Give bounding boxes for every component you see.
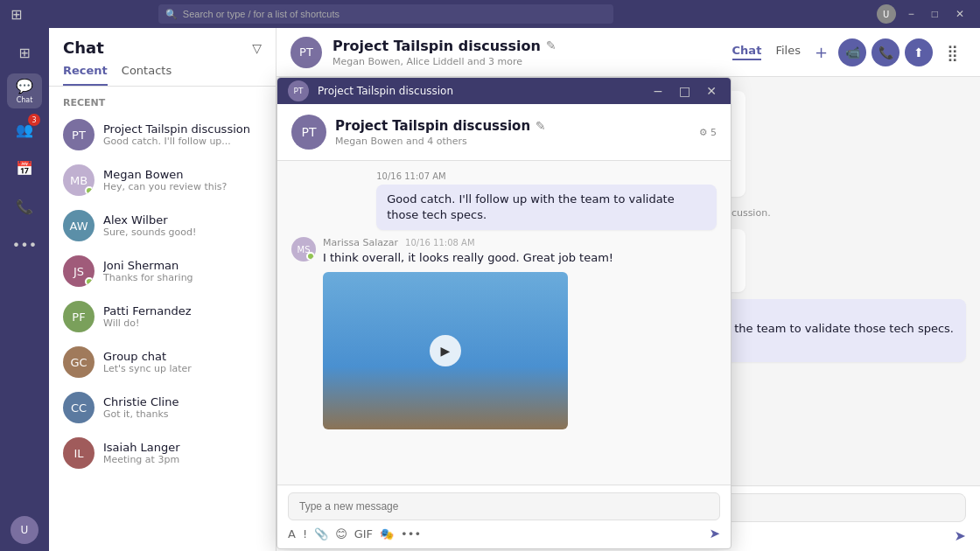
- chat-sidebar: Chat ▽ Recent Contacts Recent PT Project…: [49, 28, 276, 551]
- global-search-box[interactable]: 🔍: [158, 4, 613, 24]
- audio-call-button[interactable]: 📞: [872, 38, 900, 66]
- list-item[interactable]: CC Christie Cline Got it, thanks: [49, 385, 276, 430]
- sidebar-section-recent: Recent: [49, 94, 276, 112]
- maximize-button[interactable]: □: [927, 8, 943, 20]
- rail-calls[interactable]: 📞: [7, 189, 42, 224]
- list-item[interactable]: AW Alex Wilber Sure, sounds good!: [49, 203, 276, 248]
- popup-msg-text: I think overall, it looks really good. G…: [323, 250, 613, 266]
- video-call-button[interactable]: 📹: [838, 38, 866, 66]
- list-item[interactable]: MB Megan Bowen Hey, can you review this?: [49, 157, 276, 203]
- chat-header-info: Project Tailspin discussion ✎ Megan Bowe…: [332, 38, 722, 67]
- item-info: Project Tailspin discussion Good catch. …: [103, 122, 262, 147]
- popup-sender-avatar: MS: [291, 237, 316, 262]
- close-button[interactable]: ✕: [950, 8, 970, 20]
- popup-sender-name: Marissa Salazar: [323, 237, 398, 248]
- item-info: Megan Bowen Hey, can you review this?: [103, 168, 262, 192]
- chat-rail-label: Chat: [17, 96, 33, 104]
- popup-close-button[interactable]: ✕: [703, 84, 720, 98]
- popup-send-button[interactable]: ➤: [709, 526, 720, 541]
- rail-chat[interactable]: 💬 Chat: [7, 73, 42, 108]
- popup-video-play-button[interactable]: ▶: [430, 335, 461, 366]
- list-item[interactable]: JS Joni Sherman Thanks for sharing: [49, 248, 276, 294]
- rail-user-avatar[interactable]: U: [10, 516, 38, 544]
- popup-participants-count: ⚙ 5: [699, 127, 717, 138]
- item-preview: Thanks for sharing: [103, 272, 262, 283]
- minimize-button[interactable]: −: [903, 8, 920, 20]
- popup-message-input[interactable]: [299, 500, 709, 513]
- edit-icon[interactable]: ✎: [546, 38, 556, 52]
- popup-maximize-button[interactable]: □: [676, 84, 694, 98]
- popup-exclamation-icon[interactable]: !: [303, 527, 307, 541]
- popup-msg-content: Marissa Salazar 10/16 11:08 AM I think o…: [323, 237, 613, 429]
- share-screen-button[interactable]: ⬆: [905, 38, 933, 66]
- apps-icon: ⊞: [18, 45, 30, 61]
- sidebar-tabs: Recent Contacts: [49, 64, 276, 87]
- header-actions: 📹 📞 ⬆ ⣿: [838, 38, 966, 66]
- tab-files[interactable]: Files: [775, 44, 801, 60]
- icon-rail: ⊞ 💬 Chat 👥 3 📅 📞 ••• U: [0, 28, 49, 551]
- more-options-button[interactable]: ⣿: [938, 38, 966, 66]
- item-info: Isaiah Langer Meeting at 3pm: [103, 441, 262, 465]
- rail-apps[interactable]: ⊞: [7, 35, 42, 70]
- popup-sticker-icon[interactable]: 🎭: [380, 527, 394, 541]
- avatar: MB: [63, 164, 94, 196]
- list-item[interactable]: IL Isaiah Langer Meeting at 3pm: [49, 430, 276, 476]
- popup-video-thumbnail[interactable]: ▶: [323, 272, 568, 429]
- app-grid-icon[interactable]: ⊞: [10, 6, 22, 23]
- popup-header-info: Project Tailspin discussion ✎ Megan Bowe…: [335, 118, 690, 147]
- avatar: IL: [63, 437, 94, 469]
- popup-msg-text: Good catch. I'll follow up with the team…: [387, 192, 706, 223]
- item-info: Group chat Let's sync up later: [103, 350, 262, 374]
- filter-icon[interactable]: ▽: [252, 41, 262, 55]
- main-chat-area: PT Project Tailspin discussion ✎ Megan B…: [276, 28, 980, 551]
- avatar: PT: [63, 119, 94, 150]
- item-info: Alex Wilber Sure, sounds good!: [103, 213, 262, 238]
- rail-more[interactable]: •••: [7, 227, 42, 262]
- list-item[interactable]: PT Project Tailspin discussion Good catc…: [49, 112, 276, 157]
- popup-format-icon[interactable]: A: [288, 527, 296, 541]
- app-body: ⊞ 💬 Chat 👥 3 📅 📞 ••• U Chat ▽ Recent Con…: [0, 28, 980, 551]
- popup-message: 10/16 11:07 AM Good catch. I'll follow u…: [376, 171, 717, 230]
- popup-participants: Megan Bowen and 4 others: [335, 136, 690, 147]
- item-preview: Let's sync up later: [103, 363, 262, 374]
- list-item[interactable]: GC Group chat Let's sync up later: [49, 339, 276, 385]
- popup-msg-time: 10/16 11:07 AM: [376, 171, 717, 181]
- rail-teams[interactable]: 👥 3: [7, 112, 42, 147]
- chat-header: PT Project Tailspin discussion ✎ Megan B…: [276, 28, 980, 77]
- tab-recent[interactable]: Recent: [63, 64, 108, 86]
- popup-gif-icon[interactable]: GIF: [354, 527, 373, 541]
- titlebar-controls: U − □ ✕: [877, 4, 970, 24]
- participants-subtitle: Megan Bowen, Alice Liddell and 3 more: [332, 56, 722, 67]
- popup-messages: 10/16 11:07 AM Good catch. I'll follow u…: [277, 161, 731, 485]
- item-info: Joni Sherman Thanks for sharing: [103, 259, 262, 283]
- add-tab-icon[interactable]: +: [815, 43, 828, 61]
- sidebar-title: Chat: [63, 38, 104, 57]
- popup-emoji-icon[interactable]: 😊: [335, 527, 347, 541]
- popup-edit-icon[interactable]: ✎: [536, 119, 546, 133]
- avatar: AW: [63, 210, 94, 241]
- popup-minimize-button[interactable]: −: [649, 84, 667, 98]
- search-input[interactable]: [183, 9, 606, 19]
- avatar: JS: [63, 255, 94, 287]
- popup-toolbar: A ! 📎 😊 GIF 🎭 ••• ➤: [288, 520, 720, 541]
- avatar: GC: [63, 346, 94, 378]
- popup-input-box: [288, 492, 720, 520]
- tab-contacts[interactable]: Contacts: [122, 64, 172, 86]
- user-avatar[interactable]: U: [877, 4, 896, 24]
- chat-header-tabs: Chat Files +: [732, 43, 828, 61]
- popup-more-icon[interactable]: •••: [401, 527, 421, 541]
- rail-calendar[interactable]: 📅: [7, 150, 42, 185]
- popup-titlebar: PT Project Tailspin discussion − □ ✕: [277, 78, 731, 104]
- popup-msg-time: 10/16 11:08 AM: [405, 238, 474, 248]
- popup-msg-bubble: Good catch. I'll follow up with the team…: [376, 185, 717, 230]
- item-name: Project Tailspin discussion: [103, 122, 262, 136]
- send-button[interactable]: ➤: [955, 527, 966, 544]
- tab-chat[interactable]: Chat: [732, 44, 762, 60]
- item-name: Patti Fernandez: [103, 304, 262, 317]
- chat-header-title: Project Tailspin discussion ✎: [332, 38, 722, 54]
- popup-header: PT Project Tailspin discussion ✎ Megan B…: [277, 104, 731, 161]
- popup-paperclip-icon[interactable]: 📎: [314, 527, 328, 541]
- item-name: Alex Wilber: [103, 213, 262, 227]
- avatar: CC: [63, 392, 94, 423]
- list-item[interactable]: PF Patti Fernandez Will do!: [49, 294, 276, 339]
